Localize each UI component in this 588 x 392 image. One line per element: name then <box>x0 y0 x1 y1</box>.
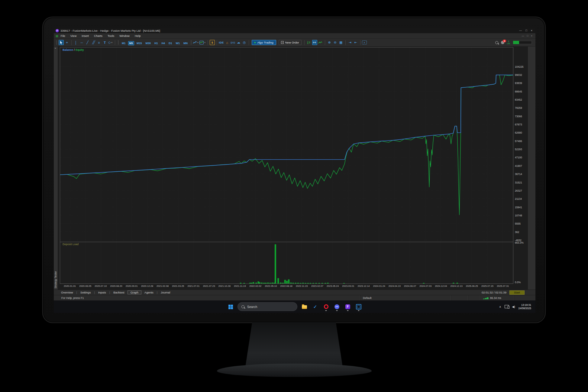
opera-browser-icon[interactable] <box>322 302 330 312</box>
cast-device-icon[interactable] <box>505 305 509 308</box>
strategy-tester-panel: × Strategy Tester Balance/Equity Depo <box>54 47 535 290</box>
x-date-label: 2024.12.13 <box>451 285 463 287</box>
channel-tool-icon[interactable]: ╱╱ <box>91 40 96 45</box>
new-order-button[interactable]: + New Order <box>279 40 302 45</box>
child-close-button[interactable]: × <box>531 34 532 37</box>
lvl-icon[interactable]: ⇡ LVL <box>507 40 510 44</box>
menu-help[interactable]: Help <box>135 34 141 37</box>
x-date-label: 2025.06.25 <box>466 285 478 287</box>
deposit-bar <box>305 283 306 283</box>
menu-insert[interactable]: Insert <box>82 34 89 37</box>
tab-settings[interactable]: Settings <box>77 290 94 294</box>
timeframe-h1[interactable]: H1 <box>153 41 159 45</box>
timeframe-h4[interactable]: H4 <box>160 41 166 45</box>
screenshot-camera-icon[interactable]: ● <box>362 40 367 44</box>
vps-icon[interactable]: ◎ <box>242 40 247 45</box>
start-button-windows[interactable] <box>227 302 234 312</box>
line-mode-icon[interactable] <box>318 40 323 45</box>
search-icon[interactable] <box>495 41 498 44</box>
profile-cell[interactable]: Default <box>360 295 451 300</box>
cloud-icon[interactable]: ☁ <box>236 40 241 45</box>
tile-windows-icon[interactable]: ▦ <box>338 40 344 45</box>
menu-bar: ▤ FileViewInsertChartsToolsWindowHelp — … <box>54 33 535 39</box>
y-axis-label: 104225 <box>515 65 523 68</box>
trendline-tool-icon[interactable]: ╱ <box>85 40 90 45</box>
graph-area: Balance/Equity Deposit Load 2020.01.0120… <box>58 47 535 290</box>
chart-type-icon[interactable]: ▼ <box>193 40 199 45</box>
vertical-line-tool-icon[interactable]: │ <box>73 40 79 45</box>
menu-charts[interactable]: Charts <box>94 34 102 37</box>
notifications-icon[interactable]: 1 <box>501 41 504 44</box>
menu-window[interactable]: Window <box>119 34 130 37</box>
taskbar-search[interactable]: Search <box>237 302 297 311</box>
tester-close-icon[interactable]: × <box>55 47 56 50</box>
crosshair-tool-icon[interactable]: + <box>64 40 69 45</box>
toolbar-grip[interactable] <box>118 40 119 45</box>
minimize-button[interactable]: — <box>519 29 522 32</box>
system-app-icon[interactable] <box>355 302 363 312</box>
chart-shift-icon[interactable]: ⇥ <box>347 40 353 45</box>
timeframe-m1[interactable]: M1 <box>121 41 127 45</box>
text-tool-icon[interactable]: T <box>102 40 107 45</box>
deposit-bar <box>249 283 251 283</box>
tab-graph[interactable]: Graph <box>128 290 141 294</box>
cursor-tool-icon[interactable] <box>59 40 64 45</box>
timeframe-w1[interactable]: W1 <box>175 41 181 45</box>
speaker-icon[interactable]: ◀) <box>512 305 515 308</box>
toolbar-grip[interactable] <box>56 40 57 45</box>
discord-icon[interactable] <box>333 302 341 312</box>
toolbar-grip[interactable] <box>191 40 192 45</box>
indicator-window-glyph <box>199 41 204 44</box>
candlestick-mode-icon[interactable]: 00 <box>312 40 317 45</box>
x-date-label: 2024.01.24 <box>373 285 385 287</box>
deposit-bar <box>265 283 267 283</box>
todo-check-icon[interactable]: ✓ <box>311 302 319 312</box>
tab-overview[interactable]: Overview <box>58 290 76 294</box>
y-axis-label: 99032 <box>515 73 522 76</box>
signals-icon[interactable]: ((o)) <box>230 40 235 45</box>
plus-window-icon: + <box>281 41 284 44</box>
zoom-out-icon[interactable]: ⊖ <box>333 40 338 45</box>
deposit-load-plot[interactable]: Deposit Load <box>60 242 513 284</box>
child-minimize-button[interactable]: — <box>522 34 524 37</box>
deposit-bar <box>295 283 296 283</box>
deposit-bar <box>307 283 309 283</box>
auto-scroll-icon[interactable]: ⇤ <box>353 40 358 45</box>
deposit-money-icon[interactable]: $ <box>210 40 215 45</box>
timeframe-m30[interactable]: M30 <box>144 41 152 45</box>
horizontal-line-tool-icon[interactable]: ─ <box>79 40 84 45</box>
metaeditor-ide-button[interactable]: IDE <box>219 40 224 45</box>
toolbar-separator <box>249 40 249 45</box>
equidistant-lines-tool-icon[interactable]: ≡ <box>96 40 102 45</box>
start-button[interactable]: Start <box>509 290 525 295</box>
indicators-icon[interactable]: ▼ <box>199 40 206 45</box>
bar-chart-mode-icon[interactable] <box>306 40 312 45</box>
tab-inputs[interactable]: Inputs <box>95 290 109 294</box>
balance-equity-plot[interactable]: Balance/Equity <box>60 47 513 242</box>
child-restore-button[interactable]: □ <box>527 34 528 37</box>
close-button[interactable]: × <box>531 29 532 32</box>
maximize-button[interactable]: □ <box>525 29 527 32</box>
file-explorer-icon[interactable] <box>300 302 308 312</box>
timeframe-m5[interactable]: M5 <box>128 41 134 45</box>
menu-file[interactable]: File <box>61 34 65 37</box>
zoom-in-icon[interactable]: ⊕ <box>327 40 332 45</box>
shapes-tool-icon[interactable]: ◇▼ <box>108 40 113 45</box>
x-date-label: 2020.07.10 <box>95 285 107 287</box>
menu-view[interactable]: View <box>70 34 76 37</box>
chart-window-icon: ▤ <box>56 34 58 37</box>
tab-journal[interactable]: Journal <box>158 290 173 294</box>
tray-chevron-icon[interactable]: ∧ <box>499 305 501 308</box>
market-bag-icon[interactable]: ⌂ <box>225 40 230 45</box>
taskbar-clock[interactable]: 13:19:31 24/08/2025 <box>518 303 531 310</box>
fusion-app-icon[interactable]: F <box>344 302 352 312</box>
tab-backtest[interactable]: Backtest <box>110 290 127 294</box>
tab-agents[interactable]: Agents <box>141 290 157 294</box>
algo-trading-button[interactable]: ▶ Algo Trading <box>252 40 276 45</box>
timeframe-mn[interactable]: MN <box>182 41 189 45</box>
y-axis-label: 21134 <box>515 197 522 200</box>
screen: F 339917 - FusionMarkets-Live - Hedge - … <box>54 28 535 313</box>
timeframe-d1[interactable]: D1 <box>167 41 173 45</box>
timeframe-m15[interactable]: M15 <box>135 41 143 45</box>
menu-tools[interactable]: Tools <box>108 34 114 37</box>
